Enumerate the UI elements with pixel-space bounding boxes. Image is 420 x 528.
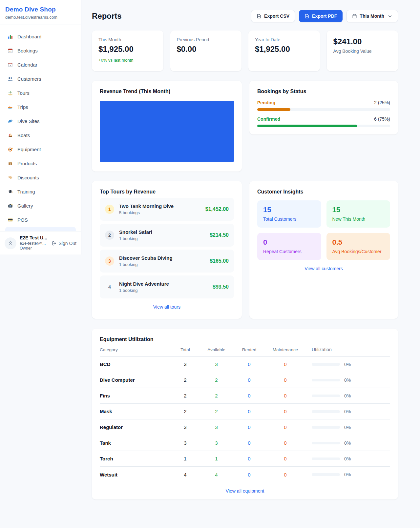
cell-maintenance: 0	[265, 456, 306, 461]
sidebar-item-calendar[interactable]: Calendar	[3, 58, 78, 72]
status-row-pending: Pending 2 (25%)	[257, 100, 390, 111]
cell-total: 2	[171, 409, 199, 414]
avatar	[5, 237, 16, 249]
tour-row: 4 Night Dive Adventure1 booking $93.50	[100, 275, 234, 298]
tile-value: 0	[263, 238, 315, 247]
tile-value: 15	[332, 206, 385, 214]
cell-total: 3	[171, 424, 199, 430]
sidebar-item-dashboard[interactable]: Dashboard	[3, 30, 78, 44]
grad-cap-icon	[7, 189, 13, 195]
top-tours-title: Top Tours by Revenue	[100, 189, 234, 195]
sidebar-item-label: Training	[17, 189, 35, 194]
cell-rented: 0	[234, 393, 265, 398]
cell-utilization: 0%	[306, 362, 390, 367]
user-email: e2e-tester@...	[20, 241, 47, 246]
tile-value: 15	[263, 206, 315, 214]
sidebar-item-label: POS	[17, 217, 28, 223]
column-header: Category	[100, 347, 171, 352]
status-label: Pending	[257, 100, 275, 105]
tour-revenue: $214.50	[210, 232, 229, 238]
status-bar-fill-confirmed	[257, 125, 357, 127]
main-content: Reports Export CSV Export PDF This Month…	[92, 0, 398, 499]
shop-subdomain: demo.test.divestreams.com	[5, 15, 76, 20]
sailboat-icon	[7, 132, 13, 138]
sidebar-item-discounts[interactable]: Discounts	[3, 171, 78, 185]
sidebar-item-gallery[interactable]: Gallery	[3, 199, 78, 213]
sidebar-item-trips[interactable]: Trips	[3, 100, 78, 114]
package-icon	[7, 161, 13, 167]
sidebar-item-label: Products	[17, 161, 37, 166]
table-row: Tank 3 3 0 0 0%	[100, 435, 390, 451]
sidebar-item-training[interactable]: Training	[3, 185, 78, 199]
view-all-customers-link[interactable]: View all customers	[257, 266, 390, 271]
tour-name: Discover Scuba Diving	[119, 255, 173, 261]
utilization-bar	[312, 457, 340, 460]
page-header: Reports Export CSV Export PDF This Month	[92, 10, 398, 22]
sidebar-item-equipment[interactable]: Equipment	[3, 142, 78, 156]
sign-out-button[interactable]: Sign Out	[52, 241, 76, 246]
tour-bookings: 1 booking	[119, 262, 173, 267]
utilization-bar	[312, 410, 340, 413]
export-csv-label: Export CSV	[264, 13, 289, 19]
utilization-bar	[312, 379, 340, 381]
cell-maintenance: 0	[265, 361, 306, 367]
tour-row: 1 Two Tank Morning Dive5 bookings $1,452…	[100, 198, 234, 221]
cell-category: Wetsuit	[100, 472, 171, 477]
stat-card-this-month: This Month $1,925.00 +0% vs last month	[92, 30, 163, 71]
cell-total: 2	[171, 393, 199, 398]
stat-card-year-to-date: Year to Date $1,925.00	[248, 30, 320, 71]
cell-category: Fins	[100, 393, 171, 398]
cell-rented: 0	[234, 472, 265, 477]
camera-icon	[7, 203, 13, 209]
view-all-equipment-link[interactable]: View all equipment	[100, 488, 390, 494]
period-select[interactable]: This Month	[346, 10, 398, 22]
sidebar-item-customers[interactable]: Customers	[3, 72, 78, 86]
sidebar-item-bookings[interactable]: 17 Bookings	[3, 44, 78, 58]
cell-rented: 0	[234, 361, 265, 367]
column-header: Total	[171, 347, 199, 352]
sidebar-item-tours[interactable]: Tours	[3, 86, 78, 100]
tour-revenue: $165.00	[210, 258, 229, 264]
cell-rented: 0	[234, 424, 265, 430]
utilization-percent: 0%	[344, 393, 351, 398]
cell-maintenance: 0	[265, 377, 306, 383]
tile-label: Avg Bookings/Customer	[332, 249, 385, 254]
calendar-17-icon: 17	[7, 48, 13, 54]
sidebar-item-label: Discounts	[17, 175, 39, 180]
sidebar-item-dive-sites[interactable]: Dive Sites	[3, 114, 78, 128]
cell-total: 2	[171, 377, 199, 383]
sidebar-item-label: Dashboard	[17, 34, 41, 39]
tile-value: 0.5	[332, 238, 385, 247]
sidebar-item-label: Gallery	[17, 203, 33, 209]
cell-total: 4	[171, 472, 199, 477]
file-download-icon	[257, 14, 262, 19]
cell-rented: 0	[234, 456, 265, 461]
stat-card-avg-booking-value: $241.00 Avg Booking Value	[327, 30, 398, 71]
export-csv-button[interactable]: Export CSV	[251, 10, 295, 22]
cell-available: 1	[199, 456, 234, 461]
page-title: Reports	[92, 11, 122, 21]
rank-badge: 2	[105, 231, 114, 240]
export-pdf-button[interactable]: Export PDF	[299, 10, 343, 22]
rank-badge: 4	[105, 282, 114, 292]
cell-total: 3	[171, 440, 199, 446]
cell-rented: 0	[234, 409, 265, 414]
column-header: Utilization	[306, 347, 390, 352]
calendar-pad-icon	[7, 62, 13, 68]
table-row: Regulator 3 3 0 0 0%	[100, 419, 390, 435]
cell-maintenance: 0	[265, 440, 306, 446]
sidebar-item-pos[interactable]: POS	[3, 213, 78, 227]
tile-avg-bookings-customer: 0.5 Avg Bookings/Customer	[326, 233, 390, 260]
revenue-trend-title: Revenue Trend (This Month)	[100, 89, 234, 94]
sidebar-item-boats[interactable]: Boats	[3, 128, 78, 142]
wave-icon	[7, 118, 13, 124]
utilization-percent: 0%	[344, 472, 351, 477]
sidebar-item-label: Customers	[17, 76, 41, 82]
sidebar-item-active-partial[interactable]	[5, 227, 76, 231]
column-header: Rented	[234, 347, 265, 352]
table-row: Torch 1 1 0 0 0%	[100, 451, 390, 467]
tile-label: New This Month	[332, 216, 385, 222]
sidebar-item-products[interactable]: Products	[3, 156, 78, 171]
view-all-tours-link[interactable]: View all tours	[100, 304, 234, 310]
cell-utilization: 0%	[306, 472, 390, 477]
